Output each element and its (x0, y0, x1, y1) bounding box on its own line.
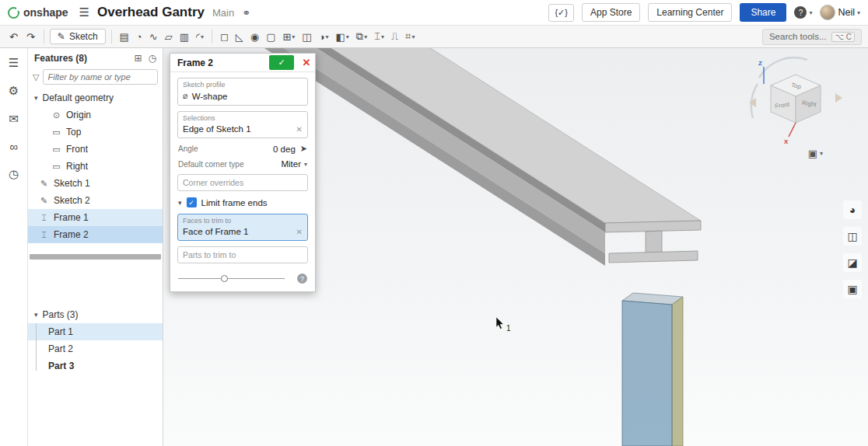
workspace-label[interactable]: Main (212, 7, 234, 19)
caret-down-icon[interactable]: ▾ (178, 199, 182, 207)
sketch-profile-item[interactable]: ⌀ W-shape (183, 89, 303, 101)
caret-down-icon[interactable]: ▾ (34, 94, 38, 102)
sweep-tool-button[interactable]: ∿ (147, 30, 160, 44)
feature-label: Default geometry (43, 92, 114, 103)
feature-row-sketch-1[interactable]: ✎ Sketch 1 (28, 175, 163, 192)
insert-tab-icon[interactable]: ⊞ (134, 53, 142, 64)
feature-row-origin[interactable]: ⊙ Origin (28, 106, 163, 124)
chevron-down-icon[interactable]: ▾ (346, 33, 349, 40)
left-rail: ☰ ⚙ ✉ ∞ ◷ (0, 48, 28, 446)
faces-to-trim-item[interactable]: Face of Frame 1 ✕ (183, 225, 303, 236)
feature-row-default-geometry[interactable]: ▾ Default geometry (28, 89, 163, 106)
feature-row-frame-2[interactable]: ⌶ Frame 2 (28, 226, 163, 243)
thicken-tool-button[interactable]: ▥ (177, 30, 191, 44)
undo-button[interactable]: ↶ (6, 30, 21, 44)
corner-type-select[interactable]: Miter ▾ (281, 159, 307, 169)
transform-tool-button[interactable]: ⧉▾ (354, 29, 369, 44)
chevron-down-icon[interactable]: ▾ (381, 33, 384, 40)
help-icon[interactable]: ? (794, 6, 807, 19)
redo-button[interactable]: ↷ (23, 30, 38, 44)
shell-tool-button[interactable]: ▢ (264, 30, 278, 44)
fillet-tool-button[interactable]: ◜▾ (194, 30, 206, 44)
feature-row-top-plane[interactable]: ▭ Top (28, 124, 163, 141)
configurations-icon[interactable]: ⚙ (9, 84, 19, 98)
confirm-button[interactable]: ✓ (269, 55, 294, 70)
view-options-icon[interactable]: ▣ (843, 280, 862, 298)
parts-section-header[interactable]: ▾ Parts (3) (28, 306, 163, 323)
pattern-tool-button[interactable]: ⊞▾ (280, 30, 297, 44)
selection-item[interactable]: Edge of Sketch 1 ✕ (183, 122, 303, 134)
feature-toolbar: ↶ ↷ ✎ Sketch ▤ ◔ ∿ ▱ ▥ ◜▾ ◻ ◺ ◉ ▢ ⊞▾ ◫ ◑… (0, 25, 868, 48)
history-icon[interactable]: ◷ (9, 167, 19, 181)
column-part[interactable] (622, 293, 683, 446)
angle-pick-icon[interactable]: ➤ (300, 144, 307, 154)
learning-center-button[interactable]: Learning Center (648, 3, 732, 22)
user-menu[interactable]: Neil ▾ (820, 5, 860, 20)
chevron-down-icon[interactable]: ▾ (292, 33, 295, 40)
frame-tool-button[interactable]: ⌶▾ (372, 29, 387, 44)
feature-row-sketch-2[interactable]: ✎ Sketch 2 (28, 192, 163, 209)
feature-list-icon[interactable]: ☰ (9, 56, 19, 70)
sketch-button[interactable]: ✎ Sketch (50, 29, 106, 44)
remove-selection-icon[interactable]: ✕ (296, 125, 303, 134)
remove-selection-icon[interactable]: ✕ (296, 228, 303, 236)
draft-tool-button[interactable]: ◺ (233, 30, 246, 44)
feature-row-front-plane[interactable]: ▭ Front (28, 141, 163, 158)
dialog-header[interactable]: Frame 2 ✓ ✕ (170, 54, 315, 72)
limit-frame-ends-checkbox[interactable]: ✓ (187, 197, 197, 207)
corner-overrides-field[interactable]: Corner overrides (177, 174, 308, 191)
featurescript-button[interactable]: {✓} (548, 4, 574, 22)
cancel-button[interactable]: ✕ (298, 57, 315, 68)
parts-to-trim-field[interactable]: Parts to trim to (177, 246, 308, 263)
measure-tool-button[interactable]: ⌗▾ (403, 29, 417, 44)
appearance-icon[interactable]: ◕ (843, 200, 862, 219)
search-tools-button[interactable]: Search tools... ⌥ C (762, 29, 862, 45)
cube-icon: ▣ (808, 148, 817, 159)
sketch-profile-group: Sketch profile ⌀ W-shape (177, 78, 308, 106)
section-view-icon[interactable]: ◪ (843, 253, 862, 272)
chevron-down-icon[interactable]: ▾ (201, 33, 204, 40)
document-menu-icon[interactable]: ☰ (79, 5, 89, 19)
sketch-button-label: Sketch (69, 31, 98, 42)
chevron-down-icon[interactable]: ▾ (326, 33, 329, 40)
extrude-tool-button[interactable]: ▤ (117, 30, 131, 44)
hole-tool-button[interactable]: ◉ (248, 30, 261, 44)
split-tool-button[interactable]: ◧▾ (334, 30, 352, 44)
loft-tool-button[interactable]: ▱ (163, 30, 175, 44)
view-menu-button[interactable]: ▣ ▾ (808, 148, 823, 159)
chevron-down-icon[interactable]: ▾ (411, 33, 415, 40)
x-axis-label: X (784, 138, 789, 145)
slider-knob[interactable] (221, 275, 228, 282)
part-row-1[interactable]: Part 1 (28, 323, 163, 340)
display-mode-icon[interactable]: ◫ (843, 227, 862, 246)
feature-filter-input[interactable] (43, 69, 158, 85)
help-menu[interactable]: ? ▾ (794, 6, 812, 19)
view-cube[interactable]: Top Front Right Z X (745, 54, 846, 151)
feature-row-right-plane[interactable]: ▭ Right (28, 158, 163, 175)
rollback-history-icon[interactable]: ◷ (149, 53, 156, 64)
revolve-tool-button[interactable]: ◔ (134, 30, 145, 44)
sheet-metal-tool-button[interactable]: ⎍ (389, 29, 401, 44)
share-link-icon[interactable]: ⚭ (242, 7, 250, 19)
rollback-bar[interactable] (30, 254, 161, 260)
avatar[interactable] (820, 5, 835, 20)
share-button[interactable]: Share (740, 3, 786, 22)
caret-down-icon[interactable]: ▾ (34, 311, 38, 319)
part-row-3[interactable]: Part 3 (28, 357, 163, 375)
slider-track[interactable] (178, 278, 285, 279)
chamfer-tool-button[interactable]: ◻ (218, 30, 231, 44)
rotate-right-arrow-icon[interactable] (835, 93, 842, 103)
chevron-down-icon[interactable]: ▾ (364, 33, 367, 40)
feature-row-frame-1[interactable]: ⌶ Frame 1 (28, 209, 163, 226)
mirror-tool-button[interactable]: ◫ (299, 30, 313, 44)
app-store-button[interactable]: App Store (582, 3, 640, 22)
top-bar: onshape ☰ Overhead Gantry Main ⚭ {✓} App… (0, 0, 868, 25)
rotate-arc-icon[interactable] (759, 57, 807, 78)
part-row-2[interactable]: Part 2 (28, 340, 163, 357)
angle-input[interactable]: 0 deg (273, 145, 296, 154)
follow-mode-icon[interactable]: ∞ (9, 140, 18, 153)
onshape-logo[interactable]: onshape (8, 6, 68, 19)
dialog-help-icon[interactable]: ? (297, 274, 307, 284)
boolean-tool-button[interactable]: ◑▾ (317, 30, 331, 44)
comment-icon[interactable]: ✉ (9, 112, 19, 126)
